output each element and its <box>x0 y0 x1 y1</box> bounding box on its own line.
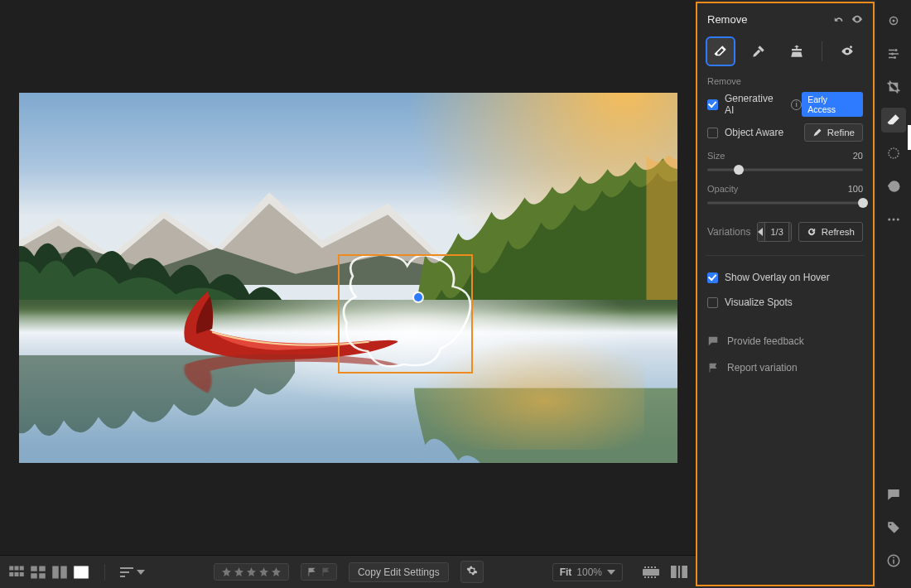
report-link[interactable]: Report variation <box>707 359 863 377</box>
info-icon[interactable]: i <box>791 99 802 110</box>
heal-icon[interactable] <box>881 108 906 133</box>
variation-next-button[interactable] <box>789 223 792 241</box>
compare-icon[interactable] <box>51 566 68 579</box>
undo-icon[interactable] <box>833 13 845 25</box>
opacity-value: 100 <box>848 184 863 194</box>
svg-rect-15 <box>74 566 89 578</box>
crop-icon[interactable] <box>881 75 906 99</box>
feedback-link[interactable]: Provide feedback <box>707 332 863 350</box>
svg-rect-9 <box>31 566 37 571</box>
history-icon[interactable] <box>881 174 906 199</box>
info-panel-icon[interactable] <box>881 548 906 573</box>
opacity-track[interactable] <box>707 197 863 209</box>
svg-rect-16 <box>120 567 133 569</box>
visibility-icon[interactable] <box>851 13 863 25</box>
eraser-tab[interactable] <box>707 38 734 65</box>
mask-icon[interactable] <box>881 141 906 166</box>
variations-stepper: 1/3 <box>757 222 791 242</box>
svg-rect-29 <box>678 566 680 579</box>
generative-ai-row: Generative AI i Early Access <box>707 94 863 114</box>
svg-point-35 <box>894 56 896 59</box>
feedback-label: Provide feedback <box>727 335 804 347</box>
early-access-badge: Early Access <box>802 92 863 117</box>
rating-stars[interactable] <box>214 563 289 581</box>
object-aware-row: Object Aware Refine <box>707 123 863 142</box>
active-indicator <box>908 125 911 150</box>
svg-rect-21 <box>648 566 649 568</box>
heal-tool-tabs <box>707 35 863 68</box>
svg-rect-11 <box>31 573 37 578</box>
svg-rect-17 <box>120 571 129 573</box>
svg-rect-27 <box>654 576 656 578</box>
filmstrip-icon[interactable] <box>643 566 659 579</box>
zoom-fit-dropdown[interactable]: Fit 100% <box>552 563 623 581</box>
svg-rect-12 <box>39 573 46 578</box>
object-aware-checkbox[interactable] <box>707 128 718 138</box>
copy-edit-settings-button[interactable]: Copy Edit Settings <box>349 562 449 582</box>
heal-brush-tab[interactable] <box>745 38 772 65</box>
single-view-icon[interactable] <box>73 566 89 579</box>
canvas-wrap[interactable] <box>0 0 696 555</box>
more-icon[interactable] <box>881 207 906 232</box>
clone-stamp-tab[interactable] <box>783 38 810 65</box>
opacity-thumb[interactable] <box>858 198 868 208</box>
svg-rect-18 <box>120 576 125 577</box>
separator <box>822 41 822 61</box>
svg-rect-10 <box>39 566 46 571</box>
svg-point-40 <box>897 219 899 221</box>
refresh-label: Refresh <box>822 227 855 237</box>
side-panel-column: Remove Remove Gene <box>696 0 876 588</box>
svg-rect-4 <box>15 566 19 570</box>
right-toolbar <box>876 0 911 588</box>
add-to-mask-tab[interactable] <box>834 38 860 65</box>
visualize-row: Visualize Spots <box>707 294 863 311</box>
generative-ai-checkbox[interactable] <box>707 99 718 110</box>
svg-rect-20 <box>644 566 646 568</box>
svg-rect-8 <box>20 572 24 576</box>
refresh-button[interactable]: Refresh <box>798 222 863 242</box>
svg-point-36 <box>889 148 899 158</box>
grid-large-icon[interactable] <box>30 566 46 579</box>
svg-rect-44 <box>893 557 894 559</box>
panel-title: Remove <box>707 13 747 26</box>
divider <box>104 564 105 581</box>
grid-small-icon[interactable] <box>8 566 25 579</box>
svg-rect-5 <box>20 566 24 570</box>
object-aware-label: Object Aware <box>725 127 783 138</box>
photo-canvas[interactable] <box>19 93 677 463</box>
section-label: Remove <box>707 76 863 86</box>
size-thumb[interactable] <box>734 165 744 175</box>
bottom-toolbar: Copy Edit Settings Fit 100% <box>0 555 696 588</box>
panel-toggle-icon[interactable] <box>671 566 687 579</box>
size-slider: Size 20 <box>707 151 863 176</box>
variation-prev-button[interactable] <box>758 223 764 241</box>
svg-rect-3 <box>9 566 13 570</box>
tag-icon[interactable] <box>881 515 906 540</box>
svg-point-34 <box>891 53 894 55</box>
sliders-icon[interactable] <box>881 41 906 66</box>
svg-rect-19 <box>643 569 659 576</box>
settings-gear-button[interactable] <box>460 561 484 583</box>
variations-row: Variations 1/3 Refresh <box>707 222 863 242</box>
variation-count: 1/3 <box>764 223 788 241</box>
svg-rect-26 <box>651 576 653 578</box>
visualize-checkbox[interactable] <box>707 297 718 308</box>
opacity-label: Opacity <box>707 184 738 194</box>
view-mode-group <box>8 566 89 579</box>
cursor-indicator <box>414 293 422 301</box>
refine-button[interactable]: Refine <box>804 123 863 142</box>
flag-buttons[interactable] <box>301 563 337 581</box>
remove-panel: Remove Remove Gene <box>696 2 875 586</box>
size-track[interactable] <box>707 164 863 176</box>
photo-canoe-reflection <box>176 350 400 397</box>
svg-point-38 <box>888 219 890 221</box>
comment-icon[interactable] <box>881 482 906 507</box>
edit-icon[interactable] <box>881 8 906 33</box>
svg-rect-25 <box>648 576 649 578</box>
fit-label: Fit <box>560 566 572 578</box>
divider <box>706 255 865 256</box>
overlay-row: Show Overlay on Hover <box>707 269 863 286</box>
svg-rect-13 <box>52 566 59 578</box>
overlay-checkbox[interactable] <box>707 272 718 283</box>
sort-button[interactable] <box>120 567 145 577</box>
